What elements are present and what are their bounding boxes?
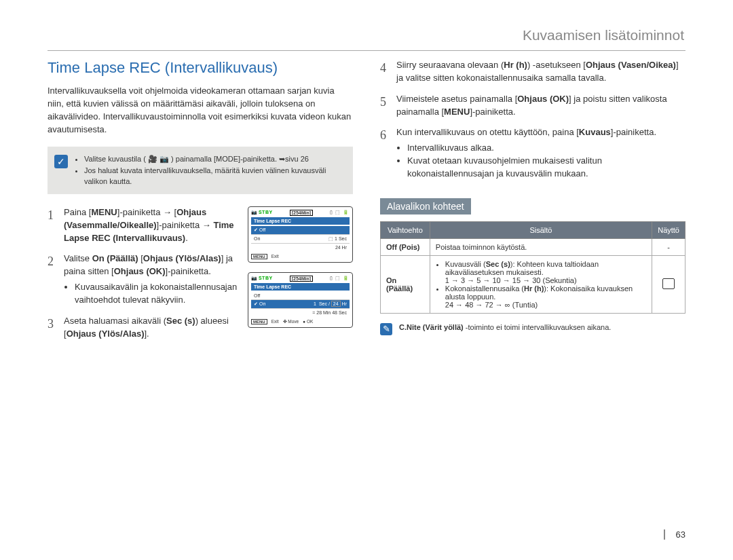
menu-button-icon: MENU bbox=[251, 254, 267, 259]
step-3: 3 Aseta haluamasi aikaväli (Sec (s)) alu… bbox=[48, 315, 240, 341]
timelapse-icon bbox=[662, 278, 675, 289]
camera-screen-2: 📷 STBY [254Min] ▯ ⬚ 🔋 Time Lapse REC Off… bbox=[248, 272, 353, 328]
note-item: Valitse kuvaustila ( 🎥 📷 ) painamalla [M… bbox=[84, 153, 346, 165]
step-sub-item: Kuvausaikavälin ja kokonaistallennusajan… bbox=[75, 281, 240, 307]
header-rule bbox=[48, 50, 685, 51]
step-text: Aseta haluamasi aikaväli (Sec (s)) aluee… bbox=[64, 315, 240, 341]
menu-button-icon: MENU bbox=[251, 319, 267, 324]
remaining-time: [254Min] bbox=[290, 210, 313, 216]
cell-content: Kuvausväli (Sec (s)): Kohteen kuva talti… bbox=[430, 255, 652, 313]
cell-content: Poistaa toiminnon käytöstä. bbox=[430, 238, 652, 255]
menu-row-on: On ⬚ 1 Sec bbox=[251, 235, 350, 244]
menu-title: Time Lapse REC bbox=[251, 217, 350, 225]
menu-row-blank: 24 Hr bbox=[251, 244, 350, 251]
th-content: Sisältö bbox=[430, 221, 652, 238]
move-label: Move bbox=[288, 319, 299, 324]
exit-label: Exit bbox=[271, 254, 279, 259]
page-number: 63 bbox=[664, 529, 685, 540]
footnote: ✎ C.Nite (Värit yöllä) -toiminto ei toim… bbox=[380, 323, 685, 335]
menu-row-on: ✔ On 1 Sec / 24 Hr bbox=[251, 300, 350, 309]
cell-option: Off (Pois) bbox=[381, 238, 430, 255]
stby-label: STBY bbox=[259, 276, 273, 280]
exit-label: Exit bbox=[271, 319, 279, 324]
th-option: Vaihtoehto bbox=[381, 221, 430, 238]
step-text: Kun intervallikuvaus on otettu käyttöön,… bbox=[396, 126, 685, 180]
step-number: 6 bbox=[380, 126, 390, 180]
hr-value: 24 bbox=[331, 301, 341, 307]
status-icons: ▯ ⬚ 🔋 bbox=[330, 276, 350, 281]
step-number: 4 bbox=[380, 59, 390, 85]
options-table: Vaihtoehto Sisältö Näyttö Off (Pois) Poi… bbox=[380, 221, 685, 314]
remaining-time: [254Min] bbox=[290, 276, 313, 282]
step-text: Viimeistele asetus painamalla [Ohjaus (O… bbox=[396, 93, 685, 119]
info-icon: ✎ bbox=[380, 323, 392, 335]
cell-display: - bbox=[652, 238, 685, 255]
step-number: 3 bbox=[48, 315, 57, 341]
step-number: 5 bbox=[380, 93, 390, 119]
step-2: 2 Valitse On (Päällä) [Ohjaus (Ylös/Alas… bbox=[48, 253, 240, 306]
ok-label: OK bbox=[307, 319, 313, 324]
subhead-submenu: Alavalikon kohteet bbox=[380, 198, 471, 214]
menu-row-off: ✔ Off bbox=[251, 226, 350, 235]
step-text: Paina [MENU]-painiketta → [Ohjaus (Vasem… bbox=[64, 206, 240, 245]
cell-display bbox=[652, 255, 685, 313]
table-row: On (Päällä) Kuvausväli (Sec (s)): Kohtee… bbox=[381, 255, 685, 313]
calc-row: = 28 Min 48 Sec bbox=[251, 309, 350, 316]
status-icons: ▯ ⬚ 🔋 bbox=[330, 210, 350, 215]
step-number: 1 bbox=[48, 206, 57, 245]
table-row: Off (Pois) Poistaa toiminnon käytöstä. - bbox=[381, 238, 685, 255]
note-item: Jos haluat kuvata intervallikuvauksella,… bbox=[84, 165, 346, 187]
step-sub-item: Kuvat otetaan kuvausohjelmien mukaisesti… bbox=[407, 155, 685, 181]
stby-label: STBY bbox=[259, 210, 273, 214]
step-text: Siirry seuraavana olevaan (Hr (h)) -aset… bbox=[396, 59, 685, 85]
step-sub-item: Intervallikuvaus alkaa. bbox=[407, 142, 685, 155]
camera-screen-1: 📷 STBY [254Min] ▯ ⬚ 🔋 Time Lapse REC ✔ O… bbox=[248, 206, 353, 263]
note-list: Valitse kuvaustila ( 🎥 📷 ) painamalla [M… bbox=[75, 153, 346, 187]
cell-option: On (Päällä) bbox=[381, 255, 430, 313]
step-4: 4 Siirry seuraavana olevaan (Hr (h)) -as… bbox=[380, 59, 685, 85]
section-title: Time Lapse REC (Intervallikuvaus) bbox=[48, 59, 353, 77]
footnote-text: C.Nite (Värit yöllä) -toiminto ei toimi … bbox=[399, 323, 611, 331]
sec-value: 1 bbox=[312, 301, 318, 306]
note-box: ✓ Valitse kuvaustila ( 🎥 📷 ) painamalla … bbox=[48, 147, 353, 194]
intro-paragraph: Intervallikuvauksella voit ohjelmoida vi… bbox=[48, 85, 353, 136]
step-5: 5 Viimeistele asetus painamalla [Ohjaus … bbox=[380, 93, 685, 119]
breadcrumb: Kuvaamisen lisätoiminnot bbox=[48, 27, 685, 43]
menu-row-off: Off bbox=[251, 292, 350, 300]
step-1: 1 Paina [MENU]-painiketta → [Ohjaus (Vas… bbox=[48, 206, 240, 245]
menu-title: Time Lapse REC bbox=[251, 283, 350, 291]
check-icon: ✓ bbox=[54, 155, 68, 168]
step-text: Valitse On (Päällä) [Ohjaus (Ylös/Alas)]… bbox=[64, 253, 240, 306]
step-number: 2 bbox=[48, 253, 57, 306]
th-display: Näyttö bbox=[652, 221, 685, 238]
step-6: 6 Kun intervallikuvaus on otettu käyttöö… bbox=[380, 126, 685, 180]
